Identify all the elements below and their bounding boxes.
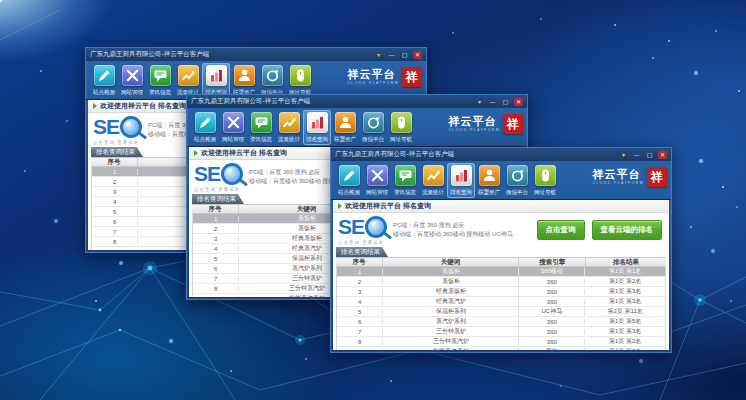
toolbar-item-7[interactable]: 微信平台	[503, 163, 531, 198]
toolbar-item-2[interactable]: 网站管理	[219, 110, 247, 145]
close-icon[interactable]: ✕	[658, 151, 667, 159]
skin-icon[interactable]: ▾	[374, 51, 383, 59]
table-cell: 360	[519, 329, 585, 335]
toolbar: 站点检测网站管理资讯信息流量统计排名查询联盟推广微信平台网址导航 祥云平台 CL…	[187, 108, 527, 147]
table-cell: UC神马	[519, 307, 585, 316]
ring-icon	[363, 112, 384, 133]
table-row[interactable]: 4经典蒸汽炉360第1页 第3名	[337, 297, 665, 307]
toolbar-item-5[interactable]: 排名查询	[447, 163, 475, 198]
table-row[interactable]: 6蒸汽炉系列360第1页 第5名	[337, 317, 665, 327]
toolbar-item-4[interactable]: 流量统计	[275, 110, 303, 145]
toolbar-item-1[interactable]: 站点检测	[335, 163, 363, 198]
content-area: 欢迎使用祥云平台 排名查询 SE 点击查询 查看排名 PC端：百度 360 搜狗…	[333, 200, 669, 350]
toolbar-item-3[interactable]: 资讯信息	[247, 110, 275, 145]
skin-icon[interactable]: ▾	[619, 151, 628, 159]
header-engine: 搜索引擎	[519, 258, 585, 267]
table-row[interactable]: 1蒸饭柜360移动第1页 第1名	[337, 267, 665, 277]
toolbar-item-label: 站点检测	[338, 188, 360, 196]
table-cell: 5	[337, 309, 383, 315]
starfield-decoration	[0, 0, 2, 2]
toolbar-item-8[interactable]: 网址导航	[286, 63, 314, 98]
engine-info-mobile: 移动端：百度移动 360移动 搜狗移动 UC神马	[393, 230, 530, 239]
message-icon	[150, 65, 171, 86]
bars-icon	[307, 112, 328, 133]
toolbar-item-7[interactable]: 微信平台	[258, 63, 286, 98]
table-row[interactable]: 8三分钟蒸汽炉360第1页 第2名	[337, 337, 665, 347]
brand: 祥云平台 CLOUD PLATFORM 祥	[347, 67, 422, 87]
tab-rank-results[interactable]: 排名查询结果	[91, 147, 143, 157]
toolbar-item-2[interactable]: 网站管理	[118, 63, 146, 98]
toolbar-item-4[interactable]: 流量统计	[419, 163, 447, 198]
table-row[interactable]: 9智能蒸汽蒸炉搜狗第1页 第3名	[337, 347, 665, 350]
window-title: 广东九鼎王厨具有限公司-祥云平台客户端	[335, 150, 454, 159]
table-cell: 9	[92, 249, 138, 251]
maximize-icon[interactable]: ▢	[645, 151, 654, 159]
table-cell: 7	[337, 329, 383, 335]
welcome-arrow-icon	[194, 150, 198, 156]
table-cell: 三分钟蒸炉	[383, 327, 519, 336]
engine-info-pc: PC端：百度 360 搜狗 必应	[393, 221, 530, 230]
desktop-background: 广东九鼎王厨具有限公司-祥云平台客户端 ▾ — ▢ ✕ 站点检测网站管理资讯信息…	[0, 0, 746, 400]
ring-icon	[507, 165, 528, 186]
toolbar-item-5[interactable]: 排名查询	[202, 63, 230, 98]
toolbar-item-5[interactable]: 排名查询	[303, 110, 331, 145]
table-cell: 蒸饭柜	[383, 277, 519, 286]
table-row[interactable]: 7三分钟蒸炉360第1页 第3名	[337, 327, 665, 337]
toolbar-item-1[interactable]: 站点检测	[191, 110, 219, 145]
tools-icon	[367, 165, 388, 186]
toolbar-item-label: 资讯信息	[250, 135, 272, 143]
toolbar-item-label: 流量统计	[278, 135, 300, 143]
table-row[interactable]: 3经典蒸饭柜360第1页 第3名	[337, 287, 665, 297]
table-cell: 360移动	[519, 267, 585, 276]
seo-logo: SE 点击查询 查看排名	[338, 216, 387, 245]
maximize-icon[interactable]: ▢	[400, 51, 409, 59]
table-row[interactable]: 2蒸饭柜360第1页 第2名	[337, 277, 665, 287]
brand: 祥云平台 CLOUD PLATFORM 祥	[448, 114, 523, 134]
titlebar[interactable]: 广东九鼎王厨具有限公司-祥云平台客户端 ▾ — ▢ ✕	[86, 48, 426, 61]
table-cell: 4	[193, 246, 239, 252]
toolbar-item-label: 网站管理	[366, 188, 388, 196]
table-cell: 三分钟蒸汽炉	[383, 337, 519, 346]
table-cell: 8	[92, 239, 138, 245]
toolbar-item-8[interactable]: 网址导航	[387, 110, 415, 145]
minimize-icon[interactable]: —	[488, 98, 497, 106]
seo-tagline: 点击查询 查看排名	[93, 140, 139, 145]
toolbar-item-1[interactable]: 站点检测	[90, 63, 118, 98]
toolbar-item-2[interactable]: 网站管理	[363, 163, 391, 198]
toolbar-item-3[interactable]: 资讯信息	[146, 63, 174, 98]
toolbar-item-7[interactable]: 微信平台	[359, 110, 387, 145]
toolbar-item-6[interactable]: 联盟推广	[331, 110, 359, 145]
maximize-icon[interactable]: ▢	[501, 98, 510, 106]
query-button[interactable]: 点击查询	[537, 220, 585, 240]
close-icon[interactable]: ✕	[514, 98, 523, 106]
toolbar-item-label: 站点检测	[93, 88, 115, 96]
table-cell: 第2页 第11名	[585, 307, 665, 316]
minimize-icon[interactable]: —	[632, 151, 641, 159]
bars-icon	[451, 165, 472, 186]
person-icon	[234, 65, 255, 86]
table-row[interactable]: 5保温柜系列UC神马第2页 第11名	[337, 307, 665, 317]
tab-rank-results[interactable]: 排名查询结果	[336, 247, 388, 257]
close-icon[interactable]: ✕	[413, 51, 422, 59]
toolbar-item-6[interactable]: 联盟推广	[230, 63, 258, 98]
table-cell: 1	[193, 216, 239, 222]
cloud-rank-button[interactable]: 查看云端的排名	[592, 220, 663, 240]
rank-table: 1蒸饭柜360移动第1页 第1名2蒸饭柜360第1页 第2名3经典蒸饭柜360第…	[336, 267, 666, 350]
tab-rank-results[interactable]: 排名查询结果	[192, 194, 244, 204]
table-cell: 智能蒸汽蒸炉	[383, 347, 519, 350]
table-cell: 1	[92, 169, 138, 175]
minimize-icon[interactable]: —	[387, 51, 396, 59]
bars-icon	[206, 65, 227, 86]
titlebar[interactable]: 广东九鼎王厨具有限公司-祥云平台客户端 ▾ — ▢ ✕	[187, 95, 527, 108]
table-cell: 360	[519, 279, 585, 285]
table-cell: 第1页 第3名	[585, 327, 665, 336]
table-cell: 2	[193, 226, 239, 232]
table-cell: 9	[337, 349, 383, 351]
toolbar-item-4[interactable]: 流量统计	[174, 63, 202, 98]
toolbar-item-6[interactable]: 联盟推广	[475, 163, 503, 198]
toolbar-item-3[interactable]: 资讯信息	[391, 163, 419, 198]
skin-icon[interactable]: ▾	[475, 98, 484, 106]
toolbar-item-8[interactable]: 网址导航	[531, 163, 559, 198]
toolbar-item-label: 微信平台	[362, 135, 384, 143]
titlebar[interactable]: 广东九鼎王厨具有限公司-祥云平台客户端 ▾ — ▢ ✕	[331, 148, 671, 161]
